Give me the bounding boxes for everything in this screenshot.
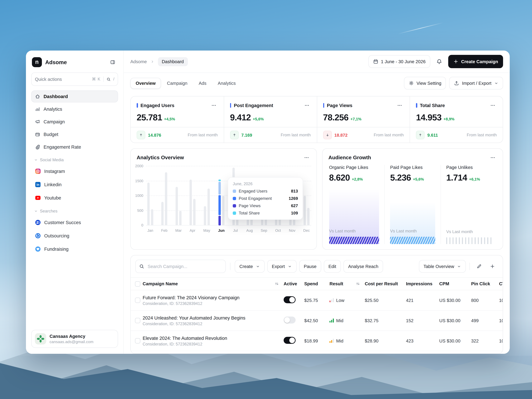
- create-campaign-label: Create Campaign: [461, 59, 498, 64]
- stat-menu-button[interactable]: [396, 101, 404, 109]
- sidebar-item-linkedin[interactable]: inLinkedin: [31, 178, 118, 191]
- tooltip-series-name: Page Views: [239, 203, 288, 208]
- campaign-search-input[interactable]: [147, 264, 222, 269]
- column-header-cost-per-result[interactable]: Cost per Result: [365, 278, 406, 290]
- sidebar-item-campaign[interactable]: Campaign: [31, 116, 118, 128]
- search-icon: [139, 264, 144, 269]
- row-checkbox[interactable]: [135, 318, 140, 323]
- sidebar-item-engagement-rate[interactable]: Engagement Rate: [31, 141, 118, 153]
- add-view-button[interactable]: [487, 261, 498, 272]
- column-header-impressions[interactable]: Impressions: [406, 278, 439, 290]
- x-axis-label: May: [203, 228, 210, 233]
- tab-analytics[interactable]: Analytics: [212, 78, 241, 89]
- stat-delta: +8,9%: [443, 117, 454, 121]
- legend-swatch: [233, 211, 236, 215]
- notifications-button[interactable]: [434, 56, 445, 67]
- analytics-overview-title: Analytics Overview: [137, 155, 184, 161]
- audience-col-paid-page-likes: Paid Page Likes5.236+5,6%Vs Last month: [385, 165, 441, 244]
- audience-menu-button[interactable]: [489, 154, 497, 162]
- table-overview-button[interactable]: Table Overview: [419, 260, 466, 273]
- tooltip-series-value: 627: [291, 203, 298, 208]
- pencil-icon: [476, 264, 482, 269]
- date-range-picker[interactable]: 1 June - 30 June 2026: [368, 55, 430, 68]
- create-campaign-button[interactable]: Create Campaign: [448, 55, 503, 68]
- campaign-cell: Elevate 2024: The Automated RevolutionCo…: [143, 335, 284, 346]
- sidebar-collapse-button[interactable]: [108, 57, 117, 67]
- stat-menu-button[interactable]: [303, 101, 311, 109]
- sidebar-item-youtube[interactable]: Youtube: [31, 191, 118, 204]
- column-header-campaign-name[interactable]: Campaign Name: [143, 278, 284, 290]
- row-checkbox[interactable]: [135, 298, 140, 303]
- sidebar-item-fundraising[interactable]: Fundraising: [31, 243, 118, 255]
- stat-footnote: From last month: [188, 133, 218, 137]
- account-card[interactable]: Cansaas Agency cansaas.ads@gmail.com: [31, 330, 118, 348]
- breadcrumb-current[interactable]: Dashboard: [158, 57, 188, 66]
- edit-columns-button[interactable]: [474, 261, 485, 272]
- ctr-value: 10: [499, 318, 503, 323]
- analytics-menu-button[interactable]: [303, 154, 310, 162]
- tab-ads[interactable]: Ads: [193, 78, 212, 89]
- tabs-actions: View Setting Import / Export: [404, 77, 503, 89]
- sidebar-item-customer-succes[interactable]: Customer Succes: [31, 216, 118, 229]
- audience-trend-fill: Vs Last month: [329, 183, 379, 237]
- active-toggle[interactable]: [284, 317, 296, 323]
- stat-menu-button[interactable]: [489, 101, 497, 109]
- sidebar-item-budget[interactable]: Budget: [31, 128, 118, 140]
- audience-delta: +5,6%: [413, 177, 424, 181]
- audience-note: Vs Last month: [390, 229, 435, 234]
- sidebar-item-outsourcing[interactable]: Outsourcing: [31, 229, 118, 242]
- tooltip-series-name: Post Engagement: [239, 196, 286, 201]
- legend-swatch: [233, 204, 236, 208]
- content: Engaged Users25.781+4,5%14.876From last …: [124, 94, 510, 354]
- table-row: 2024 Unleashed: Your Automated Journey B…: [131, 310, 503, 331]
- sidebar-item-label: Engagement Rate: [44, 144, 81, 150]
- audience-columns: Organic Page Likes8.620+2,8%Vs Last mont…: [323, 164, 503, 249]
- toolbar-button-analyse-reach[interactable]: Analyse Reach: [343, 260, 383, 273]
- active-toggle[interactable]: [284, 337, 296, 344]
- toolbar-button-edit[interactable]: Edit: [324, 260, 341, 273]
- cpm-value: US $30.00: [439, 318, 471, 323]
- row-checkbox[interactable]: [135, 338, 140, 343]
- column-header-spend[interactable]: Spend: [304, 278, 329, 290]
- audience-col-title: Page Unlikes: [446, 165, 491, 170]
- breadcrumb-root[interactable]: Adsome: [130, 59, 147, 64]
- toolbar-button-export[interactable]: Export: [267, 260, 297, 273]
- chevron-down-icon: [287, 264, 292, 269]
- toolbar-button-create[interactable]: Create: [235, 260, 265, 273]
- sidebar-section-searches[interactable]: Searches: [31, 205, 118, 216]
- tooltip-series-value: 1269: [289, 196, 298, 201]
- table-row: Future Forward: The 2024 Visionary Campa…: [131, 290, 503, 310]
- campaign-search[interactable]: [135, 260, 226, 273]
- column-header-active[interactable]: Active: [284, 278, 304, 290]
- audience-value: 1.714: [446, 173, 467, 183]
- column-header-ctr[interactable]: CTR: [499, 278, 503, 290]
- column-label: Result: [329, 281, 343, 286]
- stat-delta: +4,5%: [164, 117, 175, 121]
- column-header-pin-click[interactable]: Pin Click: [471, 278, 499, 290]
- stat-menu-button[interactable]: [210, 101, 218, 109]
- column-header-result[interactable]: Result: [329, 278, 365, 290]
- tab-overview[interactable]: Overview: [130, 78, 161, 89]
- sidebar-item-dashboard[interactable]: Dashboard: [31, 90, 118, 102]
- sidebar-item-label: Fundraising: [44, 246, 69, 252]
- sidebar-section-social-media[interactable]: Social Media: [31, 154, 118, 165]
- arrow-up-icon: [139, 133, 143, 137]
- megaphone-icon: [35, 119, 40, 124]
- audience-value: 8.620: [329, 173, 350, 183]
- select-all-checkbox[interactable]: [135, 281, 140, 286]
- quick-actions[interactable]: Quick actions ⌘ K /: [31, 72, 118, 86]
- stat-change: 7.169: [241, 133, 252, 138]
- tab-campaign[interactable]: Campaign: [162, 78, 193, 89]
- quick-actions-shortcut: ⌘ K: [92, 77, 101, 82]
- toolbar-button-pause[interactable]: Pause: [299, 260, 321, 273]
- sidebar-item-instagram[interactable]: Instagram: [31, 165, 118, 177]
- column-header-cpm[interactable]: CPM: [439, 278, 471, 290]
- active-toggle[interactable]: [284, 296, 296, 303]
- chart-bar: [165, 172, 167, 225]
- x-axis-label: Jul: [233, 228, 238, 233]
- arrow-up-icon: [418, 133, 422, 137]
- import-export-button[interactable]: Import / Export: [449, 77, 503, 89]
- view-setting-button[interactable]: View Setting: [404, 77, 446, 89]
- audience-bar: [329, 237, 379, 244]
- sidebar-item-analytics[interactable]: Analytics: [31, 103, 118, 115]
